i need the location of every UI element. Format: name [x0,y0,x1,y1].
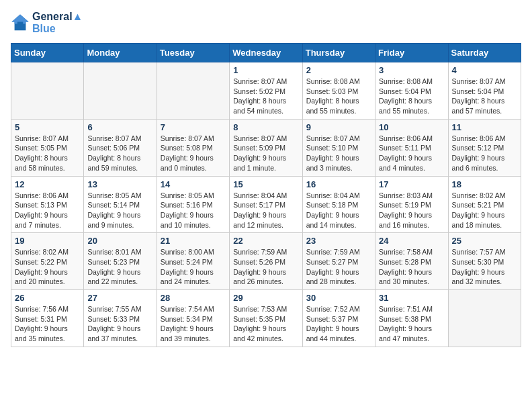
week-row-1: 1Sunrise: 8:07 AM Sunset: 5:02 PM Daylig… [11,62,521,120]
calendar-cell: 19Sunrise: 8:02 AM Sunset: 5:22 PM Dayli… [11,233,84,290]
day-info: Sunrise: 7:53 AM Sunset: 5:35 PM Dayligh… [233,304,298,344]
calendar-cell: 24Sunrise: 7:58 AM Sunset: 5:28 PM Dayli… [375,233,448,290]
day-info: Sunrise: 8:07 AM Sunset: 5:05 PM Dayligh… [15,134,80,173]
calendar-cell: 2Sunrise: 8:08 AM Sunset: 5:03 PM Daylig… [302,62,375,120]
calendar-cell: 29Sunrise: 7:53 AM Sunset: 5:35 PM Dayli… [230,290,302,347]
calendar-cell [157,62,229,120]
day-number: 29 [233,293,298,303]
day-number: 6 [87,122,152,132]
calendar-cell: 17Sunrise: 8:03 AM Sunset: 5:19 PM Dayli… [375,176,448,233]
day-info: Sunrise: 8:02 AM Sunset: 5:21 PM Dayligh… [452,191,517,230]
calendar-cell: 11Sunrise: 8:06 AM Sunset: 5:12 PM Dayli… [448,119,521,176]
calendar-cell: 16Sunrise: 8:04 AM Sunset: 5:18 PM Dayli… [302,176,375,233]
day-info: Sunrise: 8:06 AM Sunset: 5:13 PM Dayligh… [15,191,80,230]
calendar-cell: 14Sunrise: 8:05 AM Sunset: 5:16 PM Dayli… [157,176,229,233]
calendar-cell: 9Sunrise: 8:07 AM Sunset: 5:10 PM Daylig… [302,119,375,176]
day-number: 22 [233,236,298,246]
calendar-cell: 5Sunrise: 8:07 AM Sunset: 5:05 PM Daylig… [11,119,84,176]
day-number: 5 [15,122,80,132]
day-number: 2 [306,65,371,75]
day-info: Sunrise: 8:06 AM Sunset: 5:12 PM Dayligh… [452,134,517,173]
calendar-cell: 1Sunrise: 8:07 AM Sunset: 5:02 PM Daylig… [230,62,302,120]
day-info: Sunrise: 8:07 AM Sunset: 5:10 PM Dayligh… [306,134,371,173]
day-number: 30 [306,293,371,303]
day-number: 21 [161,236,226,246]
calendar: SundayMondayTuesdayWednesdayThursdayFrid… [11,43,521,347]
day-info: Sunrise: 7:55 AM Sunset: 5:33 PM Dayligh… [87,304,152,344]
day-number: 17 [379,179,444,189]
day-info: Sunrise: 7:59 AM Sunset: 5:26 PM Dayligh… [233,247,298,287]
logo-text: General▲ Blue [32,11,83,35]
day-info: Sunrise: 7:58 AM Sunset: 5:28 PM Dayligh… [379,247,444,287]
day-number: 8 [233,122,298,132]
day-number: 19 [15,236,80,246]
day-info: Sunrise: 7:59 AM Sunset: 5:27 PM Dayligh… [306,247,371,287]
calendar-cell: 6Sunrise: 8:07 AM Sunset: 5:06 PM Daylig… [84,119,157,176]
calendar-cell: 15Sunrise: 8:04 AM Sunset: 5:17 PM Dayli… [230,176,302,233]
calendar-cell: 23Sunrise: 7:59 AM Sunset: 5:27 PM Dayli… [302,233,375,290]
day-number: 23 [306,236,371,246]
day-number: 13 [87,179,152,189]
calendar-cell: 21Sunrise: 8:00 AM Sunset: 5:24 PM Dayli… [157,233,229,290]
day-number: 28 [161,293,226,303]
day-info: Sunrise: 8:04 AM Sunset: 5:18 PM Dayligh… [306,191,371,230]
calendar-cell [448,290,521,347]
day-info: Sunrise: 7:51 AM Sunset: 5:38 PM Dayligh… [379,304,444,344]
weekday-header-row: SundayMondayTuesdayWednesdayThursdayFrid… [11,44,521,62]
calendar-cell: 4Sunrise: 8:07 AM Sunset: 5:04 PM Daylig… [448,62,521,120]
day-info: Sunrise: 7:52 AM Sunset: 5:37 PM Dayligh… [306,304,371,344]
week-row-5: 26Sunrise: 7:56 AM Sunset: 5:31 PM Dayli… [11,290,521,347]
calendar-cell: 26Sunrise: 7:56 AM Sunset: 5:31 PM Dayli… [11,290,84,347]
calendar-cell: 31Sunrise: 7:51 AM Sunset: 5:38 PM Dayli… [375,290,448,347]
calendar-cell [11,62,84,120]
calendar-cell: 8Sunrise: 8:07 AM Sunset: 5:09 PM Daylig… [230,119,302,176]
day-info: Sunrise: 8:07 AM Sunset: 5:09 PM Dayligh… [233,134,298,173]
calendar-cell: 12Sunrise: 8:06 AM Sunset: 5:13 PM Dayli… [11,176,84,233]
day-info: Sunrise: 8:07 AM Sunset: 5:06 PM Dayligh… [87,134,152,173]
weekday-header-wednesday: Wednesday [230,44,302,62]
day-info: Sunrise: 8:08 AM Sunset: 5:03 PM Dayligh… [306,77,371,116]
day-number: 16 [306,179,371,189]
day-number: 12 [15,179,80,189]
day-info: Sunrise: 8:03 AM Sunset: 5:19 PM Dayligh… [379,191,444,230]
weekday-header-monday: Monday [84,44,157,62]
day-info: Sunrise: 8:02 AM Sunset: 5:22 PM Dayligh… [15,247,80,287]
logo: General▲ Blue [11,11,83,35]
calendar-cell: 27Sunrise: 7:55 AM Sunset: 5:33 PM Dayli… [84,290,157,347]
week-row-4: 19Sunrise: 8:02 AM Sunset: 5:22 PM Dayli… [11,233,521,290]
day-number: 18 [452,179,517,189]
day-info: Sunrise: 8:07 AM Sunset: 5:04 PM Dayligh… [452,77,517,116]
day-info: Sunrise: 8:08 AM Sunset: 5:04 PM Dayligh… [379,77,444,116]
calendar-cell: 30Sunrise: 7:52 AM Sunset: 5:37 PM Dayli… [302,290,375,347]
calendar-cell [84,62,157,120]
weekday-header-thursday: Thursday [302,44,375,62]
day-info: Sunrise: 8:06 AM Sunset: 5:11 PM Dayligh… [379,134,444,173]
calendar-cell: 20Sunrise: 8:01 AM Sunset: 5:23 PM Dayli… [84,233,157,290]
week-row-2: 5Sunrise: 8:07 AM Sunset: 5:05 PM Daylig… [11,119,521,176]
day-number: 27 [87,293,152,303]
weekday-header-saturday: Saturday [448,44,521,62]
day-info: Sunrise: 7:56 AM Sunset: 5:31 PM Dayligh… [15,304,80,344]
day-number: 26 [15,293,80,303]
calendar-cell: 13Sunrise: 8:05 AM Sunset: 5:14 PM Dayli… [84,176,157,233]
week-row-3: 12Sunrise: 8:06 AM Sunset: 5:13 PM Dayli… [11,176,521,233]
day-number: 24 [379,236,444,246]
calendar-cell: 22Sunrise: 7:59 AM Sunset: 5:26 PM Dayli… [230,233,302,290]
header: General▲ Blue [11,11,521,35]
day-info: Sunrise: 8:07 AM Sunset: 5:02 PM Dayligh… [233,77,298,116]
day-number: 25 [452,236,517,246]
day-number: 20 [87,236,152,246]
logo-icon [11,13,30,32]
day-info: Sunrise: 8:00 AM Sunset: 5:24 PM Dayligh… [161,247,226,287]
day-info: Sunrise: 8:01 AM Sunset: 5:23 PM Dayligh… [87,247,152,287]
day-number: 3 [379,65,444,75]
calendar-cell: 3Sunrise: 8:08 AM Sunset: 5:04 PM Daylig… [375,62,448,120]
day-info: Sunrise: 8:05 AM Sunset: 5:16 PM Dayligh… [161,191,226,230]
day-number: 7 [161,122,226,132]
day-info: Sunrise: 7:57 AM Sunset: 5:30 PM Dayligh… [452,247,517,287]
weekday-header-friday: Friday [375,44,448,62]
calendar-cell: 18Sunrise: 8:02 AM Sunset: 5:21 PM Dayli… [448,176,521,233]
calendar-cell: 7Sunrise: 8:07 AM Sunset: 5:08 PM Daylig… [157,119,229,176]
day-number: 4 [452,65,517,75]
calendar-cell: 10Sunrise: 8:06 AM Sunset: 5:11 PM Dayli… [375,119,448,176]
